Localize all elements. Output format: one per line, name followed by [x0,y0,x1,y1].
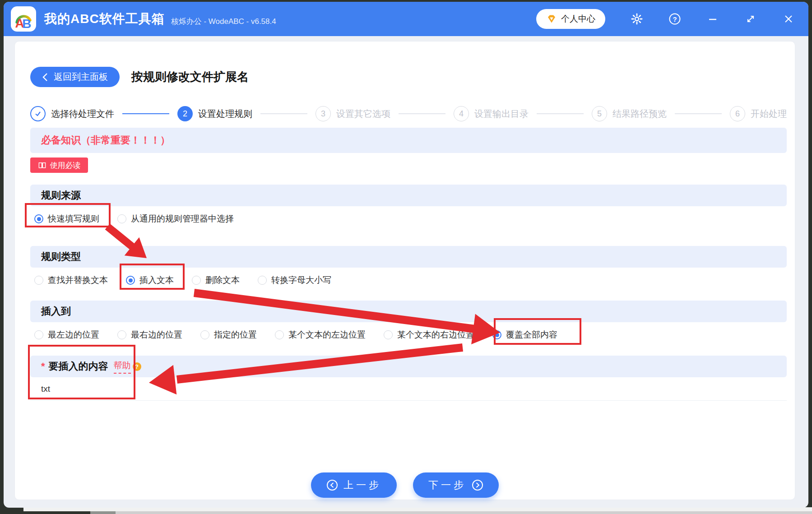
circle-chevron-left-icon [326,479,338,491]
next-step-button[interactable]: 下一步 [413,472,499,498]
radio-icon[interactable] [384,330,393,339]
rule-type-options: 查找并替换文本 插入文本 删除文本 转换字母大小写 [30,268,787,293]
insert-content-input[interactable] [30,377,787,400]
option-delete-text[interactable]: 删除文本 [192,274,240,286]
insert-content-title: 要插入的内容 [49,360,108,373]
help-link[interactable]: 帮助 [114,360,131,374]
radio-icon[interactable] [275,330,284,339]
required-asterisk: * [41,361,45,372]
maximize-button[interactable] [744,13,757,25]
step-done-check-icon [30,106,46,121]
must-read-label: 使用必读 [50,160,81,171]
abc-logo-icon: A B [12,7,35,31]
option-leftmost-position[interactable]: 最左边的位置 [34,329,99,341]
option-quick-fill-rule[interactable]: 快速填写规则 [34,213,99,225]
section-insert-to-header: 插入到 [30,301,787,322]
notice-title: 必备知识（非常重要！！！） [41,134,170,147]
user-center-label: 个人中心 [561,13,595,25]
option-specified-position[interactable]: 指定的位置 [200,329,257,341]
radio-selected-icon[interactable] [126,276,135,285]
option-convert-case[interactable]: 转换字母大小写 [258,274,331,286]
radio-selected-icon[interactable] [492,330,501,339]
step-2-set-rules: 2 设置处理规则 [177,106,252,121]
minimize-icon [707,13,719,25]
radio-icon[interactable] [192,276,201,285]
app-window: A B 我的ABC软件工具箱 核烁办公 - WodeABC - v6.58.4 … [4,2,808,508]
option-right-of-text[interactable]: 某个文本的右边位置 [384,329,474,341]
option-rightmost-position[interactable]: 最右边的位置 [117,329,182,341]
option-from-rule-manager[interactable]: 从通用的规则管理器中选择 [117,213,234,225]
radio-selected-icon[interactable] [34,214,43,223]
book-icon [38,161,46,170]
help-icon: ? [668,13,681,25]
step-5-result-preview: 5 结果路径预览 [592,106,667,121]
gear-icon [631,13,643,25]
main-card: 返回到主面板 按规则修改文件扩展名 选择待处理文件 2 设置处理规则 [14,41,795,500]
step-connector [122,113,169,114]
step-connector [537,113,584,114]
insert-to-options: 最左边的位置 最右边的位置 指定的位置 某个文本的左边位置 某个文本的右边位置 [30,322,787,347]
step-connector [260,113,307,114]
vip-badge-icon [546,14,557,24]
step-6-start: 6 开始处理 [730,106,787,121]
rule-source-options: 快速填写规则 从通用的规则管理器中选择 [30,206,787,232]
back-to-main-button[interactable]: 返回到主面板 [30,67,120,87]
radio-icon[interactable] [200,330,209,339]
option-overwrite-all[interactable]: 覆盖全部内容 [492,329,557,341]
desktop-strip [23,507,812,511]
notice-band: 必备知识（非常重要！！！） [30,128,787,153]
help-button[interactable]: ? [668,13,681,25]
step-4-output-dir: 4 设置输出目录 [454,106,529,121]
radio-icon[interactable] [258,276,267,285]
step-connector [399,113,445,114]
radio-icon[interactable] [117,330,126,339]
app-title: 我的ABC软件工具箱 [44,10,165,28]
section-rule-type-header: 规则类型 [30,246,787,268]
app-version-text: 核烁办公 - WodeABC - v6.58.4 [171,16,276,27]
maximize-icon [745,13,756,25]
page-title: 按规则修改文件扩展名 [131,69,249,85]
minimize-button[interactable] [706,13,719,25]
desktop-strip [90,511,812,514]
step-connector [675,113,722,114]
step-3-other-options: 3 设置其它选项 [316,106,390,121]
titlebar: A B 我的ABC软件工具箱 核烁办公 - WodeABC - v6.58.4 … [4,2,808,36]
step-1-select-files: 选择待处理文件 [30,106,114,121]
wizard-stepper: 选择待处理文件 2 设置处理规则 3 设置其它选项 4 设置输出目录 [30,106,787,121]
desktop-strip [90,511,116,514]
chevron-left-icon [42,73,48,82]
app-logo: A B [11,6,36,32]
radio-icon[interactable] [34,276,43,285]
settings-button[interactable] [631,13,643,25]
radio-icon[interactable] [117,214,126,223]
wizard-footer: 上一步 下一步 [15,472,795,499]
prev-step-button[interactable]: 上一步 [311,472,397,498]
insert-content-input-row [30,377,787,401]
close-button[interactable] [782,13,795,25]
circle-chevron-right-icon [472,479,483,491]
radio-icon[interactable] [34,330,43,339]
option-find-replace-text[interactable]: 查找并替换文本 [34,274,108,286]
close-icon [783,13,794,25]
svg-text:B: B [22,17,31,31]
question-badge-icon[interactable]: ? [133,362,141,371]
back-button-label: 返回到主面板 [54,71,108,83]
section-insert-content-header: * 要插入的内容 帮助 ? [30,356,787,377]
option-left-of-text[interactable]: 某个文本的左边位置 [275,329,366,341]
svg-text:?: ? [673,15,677,23]
user-center-button[interactable]: 个人中心 [536,9,605,29]
must-read-button[interactable]: 使用必读 [30,157,88,173]
option-insert-text[interactable]: 插入文本 [126,274,174,286]
section-rule-source-header: 规则来源 [30,185,787,206]
